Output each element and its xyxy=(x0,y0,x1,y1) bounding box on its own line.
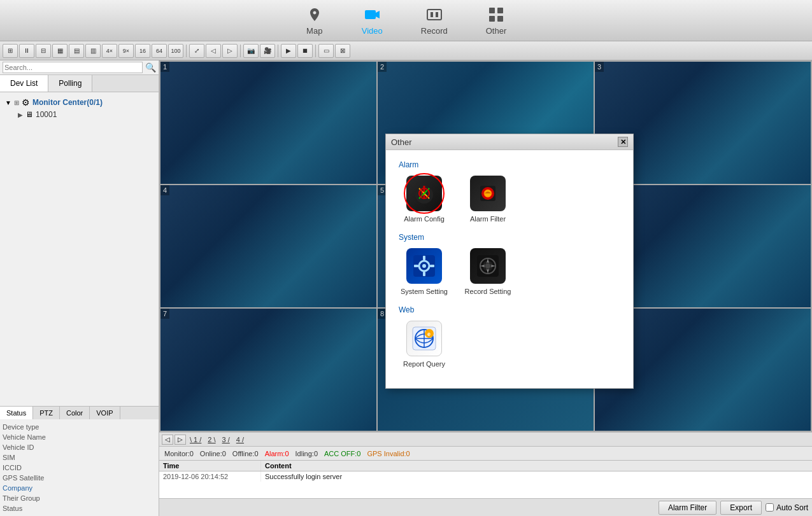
alarm-filter-item[interactable]: Alarm Filter xyxy=(462,176,513,223)
info-row-vehicleid: Vehicle ID xyxy=(3,442,156,452)
toolbar-btn-next[interactable]: ▷ xyxy=(222,44,238,58)
export-button[interactable]: Export xyxy=(720,501,762,515)
label-sim: SIM xyxy=(3,454,60,461)
toolbar-btn-layout[interactable]: ▭ xyxy=(318,44,334,58)
toolbar-sep-3 xyxy=(278,45,278,57)
toolbar-btn-2[interactable]: ⏸ xyxy=(19,44,34,58)
alarm-config-item[interactable]: ! Alarm Config xyxy=(399,176,450,223)
label-iccid: ICCID xyxy=(3,464,60,471)
page-link-1[interactable]: \ 1 / xyxy=(187,436,204,443)
system-setting-label: System Setting xyxy=(401,288,448,295)
toolbar-btn-cam[interactable]: 📷 xyxy=(243,44,259,58)
svg-rect-3 xyxy=(436,12,438,17)
toolbar-btn-grid9[interactable]: 9× xyxy=(118,44,134,58)
top-navigation: Map Video Record xyxy=(0,0,812,41)
svg-rect-19 xyxy=(414,265,418,267)
page-next-btn[interactable]: ▷ xyxy=(175,435,186,445)
tab-status[interactable]: Status xyxy=(0,407,33,419)
nav-other[interactable]: Other xyxy=(480,3,513,38)
left-panel: 🔍 Dev List Polling ▼ ⊞ ⚙ Monitor Center(… xyxy=(0,60,159,516)
system-setting-item[interactable]: System Setting xyxy=(399,248,450,295)
status-alarm: Alarm:0 xyxy=(265,450,289,457)
label-devicetype: Device type xyxy=(3,423,60,431)
nav-map[interactable]: Map xyxy=(299,3,330,38)
toolbar-sep-4 xyxy=(315,45,316,57)
svg-rect-6 xyxy=(489,16,495,22)
video-num-1: 1 xyxy=(160,62,169,72)
svg-rect-4 xyxy=(489,8,495,13)
svg-rect-7 xyxy=(497,16,503,22)
info-row-status: Status xyxy=(3,503,156,513)
log-area: Time Content 2019-12-06 20:14:52 Success… xyxy=(159,460,812,498)
section-label-system: System xyxy=(399,233,620,242)
report-query-icon: e xyxy=(406,321,442,356)
alarm-config-label: Alarm Config xyxy=(404,215,445,223)
toolbar-btn-3[interactable]: ⊟ xyxy=(36,44,51,58)
page-link-2[interactable]: 2 \ xyxy=(205,436,218,443)
video-cell-4[interactable]: 4 xyxy=(160,185,376,307)
auto-sort-label: Auto Sort xyxy=(776,503,808,512)
tab-voip[interactable]: VOIP xyxy=(90,407,120,419)
report-query-item[interactable]: e Report Query xyxy=(399,321,450,368)
toolbar-btn-4[interactable]: ▦ xyxy=(52,44,68,58)
search-button[interactable]: 🔍 xyxy=(145,62,156,73)
log-col-content-header: Content xyxy=(261,461,296,471)
toolbar-btn-16[interactable]: 16 xyxy=(135,44,150,58)
info-row-theirgroup: Their Group xyxy=(3,493,156,503)
page-link-3[interactable]: 3 / xyxy=(220,436,232,443)
alarm-config-icon-wrapper: ! xyxy=(406,176,442,211)
nav-record[interactable]: Record xyxy=(415,3,454,38)
alarm-filter-button[interactable]: Alarm Filter xyxy=(659,501,716,515)
auto-sort-checkbox[interactable] xyxy=(766,503,774,512)
video-num-4: 4 xyxy=(160,185,169,195)
toolbar-btn-1[interactable]: ⊞ xyxy=(3,44,18,58)
toolbar-btn-prev[interactable]: ◁ xyxy=(206,44,221,58)
toolbar-btn-cam2[interactable]: 🎥 xyxy=(260,44,275,58)
toolbar-btn-100[interactable]: 100 xyxy=(168,44,183,58)
video-cell-7[interactable]: 7 xyxy=(160,309,376,431)
search-input[interactable] xyxy=(3,62,143,73)
video-cell-1[interactable]: 1 xyxy=(160,62,376,184)
status-offline: Offline:0 xyxy=(232,450,259,457)
tree-gear-icon: ⚙ xyxy=(22,97,30,108)
info-row-gps: GPS Satellite xyxy=(3,473,156,483)
nav-video[interactable]: Video xyxy=(355,3,389,38)
label-vehiclename: Vehicle Name xyxy=(3,433,60,441)
label-gps: GPS Satellite xyxy=(3,474,60,482)
svg-rect-18 xyxy=(423,272,425,276)
label-vehicleid: Vehicle ID xyxy=(3,443,60,451)
tree-collapse-icon: ▼ xyxy=(5,99,11,106)
toolbar-btn-expand[interactable]: ⤢ xyxy=(189,44,204,58)
toolbar-btn-grid4[interactable]: 4× xyxy=(102,44,117,58)
toolbar-btn-6[interactable]: ▥ xyxy=(85,44,101,58)
svg-rect-20 xyxy=(430,265,434,267)
dialog-title: Other xyxy=(391,137,412,147)
page-prev-btn[interactable]: ◁ xyxy=(162,435,173,445)
video-num-7: 7 xyxy=(160,309,169,319)
toolbar-btn-fit[interactable]: ⊠ xyxy=(335,44,350,58)
tab-color[interactable]: Color xyxy=(60,407,90,419)
toolbar-btn-5[interactable]: ▤ xyxy=(69,44,84,58)
record-setting-item[interactable]: Record Setting xyxy=(462,248,513,295)
search-row: 🔍 xyxy=(0,60,159,75)
alarm-config-icon: ! xyxy=(406,176,442,211)
tab-devlist[interactable]: Dev List xyxy=(0,75,48,92)
record-setting-icon xyxy=(470,248,506,284)
tab-ptz[interactable]: PTZ xyxy=(33,407,60,419)
svg-rect-1 xyxy=(427,10,441,20)
dialog-close-button[interactable]: ✕ xyxy=(618,137,628,147)
video-num-3: 3 xyxy=(595,62,604,72)
toolbar-btn-play[interactable]: ▶ xyxy=(281,44,296,58)
label-company: Company xyxy=(3,484,60,492)
page-link-4[interactable]: 4 / xyxy=(234,436,246,443)
svg-point-16 xyxy=(422,264,426,268)
toolbar-btn-64[interactable]: 64 xyxy=(152,44,167,58)
tree-root-item[interactable]: ▼ ⊞ ⚙ Monitor Center(0/1) xyxy=(4,96,155,109)
tree-child-label: 10001 xyxy=(36,110,57,119)
svg-rect-5 xyxy=(497,8,503,13)
alarm-icon-row: ! Alarm Config Alarm Filt xyxy=(399,176,620,223)
toolbar-btn-stop[interactable]: ⏹ xyxy=(297,44,313,58)
tab-polling[interactable]: Polling xyxy=(48,75,92,92)
svg-text:e: e xyxy=(427,331,431,337)
tree-child-item[interactable]: ▶ 🖥 10001 xyxy=(17,109,155,120)
